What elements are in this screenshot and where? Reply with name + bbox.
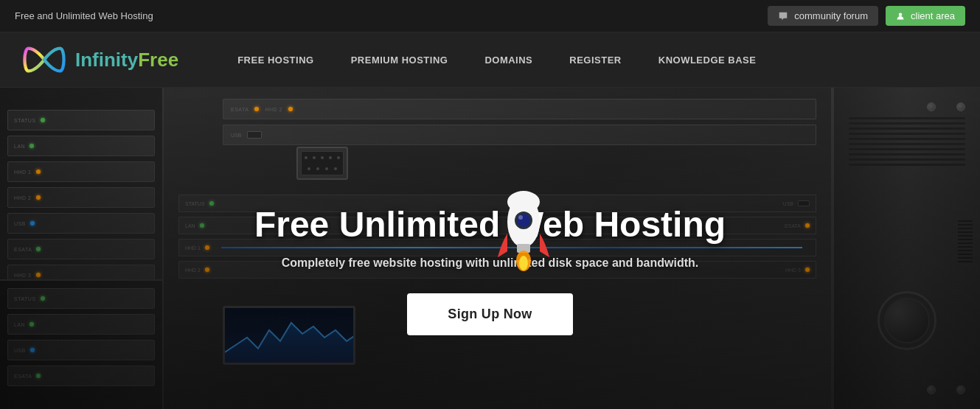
nav-item-free-hosting[interactable]: FREE HOSTING: [237, 53, 314, 66]
nav-item-premium-hosting[interactable]: PREMIUM HOSTING: [351, 53, 448, 66]
top-bar: Free and Unlimited Web Hosting community…: [0, 0, 980, 32]
hero-section: STATUS LAN HHD 1 HHD 2 USB eSATA HHD 3: [0, 88, 980, 409]
svg-point-5: [517, 214, 530, 227]
rocket-icon: [476, 183, 571, 279]
nav-link-free-hosting[interactable]: FREE HOSTING: [237, 55, 314, 66]
nav-item-domains[interactable]: DOMAINS: [484, 53, 532, 66]
site-tagline: Free and Unlimited Web Hosting: [15, 10, 153, 21]
svg-point-9: [519, 256, 528, 270]
person-icon: [896, 12, 905, 21]
nav-item-knowledge-base[interactable]: KNOWLEDGE BASE: [658, 53, 757, 66]
logo-icon: [22, 45, 66, 74]
rocket-icon-area: [476, 183, 571, 279]
nav-link-premium-hosting[interactable]: PREMIUM HOSTING: [351, 55, 448, 66]
nav-link-register[interactable]: REGISTER: [569, 55, 621, 66]
nav-bar: InfinityFree FREE HOSTING PREMIUM HOSTIN…: [0, 32, 980, 88]
nav-link-domains[interactable]: DOMAINS: [484, 55, 532, 66]
nav-link-knowledge-base[interactable]: KNOWLEDGE BASE: [658, 55, 757, 66]
chat-icon: [778, 11, 788, 21]
community-forum-button[interactable]: community forum: [768, 6, 878, 26]
svg-point-6: [518, 215, 523, 220]
nav-links: FREE HOSTING PREMIUM HOSTING DOMAINS REG…: [237, 53, 756, 66]
nav-item-register[interactable]: REGISTER: [569, 53, 621, 66]
svg-point-0: [899, 13, 903, 16]
client-area-button[interactable]: client area: [886, 6, 965, 26]
top-bar-actions: community forum client area: [768, 6, 965, 26]
svg-point-3: [507, 191, 540, 213]
signup-button[interactable]: Sign Up Now: [407, 293, 572, 335]
logo-area: InfinityFree: [22, 45, 178, 74]
logo-text: InfinityFree: [75, 49, 178, 71]
